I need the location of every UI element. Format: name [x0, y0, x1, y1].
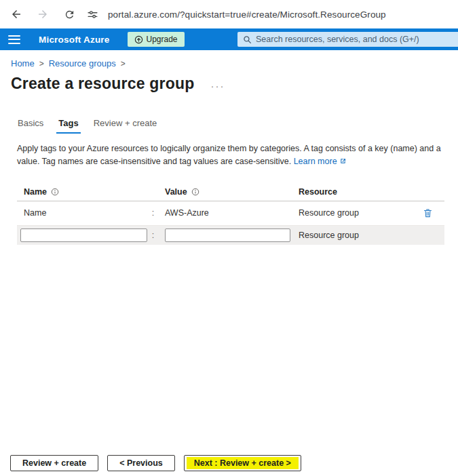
next-button-highlight: Next : Review + create > [187, 457, 299, 469]
external-link-icon [339, 156, 347, 169]
azure-portal-window: portal.azure.com/?quickstart=true#create… [0, 0, 458, 476]
global-search[interactable] [237, 32, 458, 47]
tag-colon: : [148, 231, 158, 240]
tag-name-input[interactable] [20, 229, 147, 242]
next-review-create-button[interactable]: Next : Review + create > [184, 455, 301, 471]
previous-button[interactable]: < Previous [107, 455, 175, 471]
page-title: Create a resource group [11, 75, 194, 93]
tab-review-create[interactable]: Review + create [93, 118, 158, 134]
forward-icon[interactable] [36, 7, 50, 21]
breadcrumb: Home > Resource groups > [11, 58, 458, 68]
upgrade-label: Upgrade [147, 35, 178, 44]
search-input[interactable] [256, 35, 453, 44]
tags-table: Name Value Resource Name : AWS-Azure Res… [17, 183, 444, 245]
tab-tags[interactable]: Tags [58, 118, 79, 134]
wizard-tabs: Basics Tags Review + create [17, 118, 458, 134]
info-icon[interactable] [51, 188, 59, 196]
breadcrumb-separator-icon: > [121, 59, 126, 68]
tab-basics[interactable]: Basics [17, 118, 44, 134]
search-icon [243, 35, 252, 44]
tag-name-value: Name [17, 208, 148, 218]
azure-brand-logo: Microsoft Azure [39, 35, 110, 45]
tags-table-header: Name Value Resource [17, 183, 444, 201]
info-icon[interactable] [191, 188, 199, 196]
review-create-button[interactable]: Review + create [10, 455, 98, 471]
tags-description: Apply tags to your Azure resources to lo… [17, 142, 441, 169]
column-header-value: Value [158, 187, 292, 197]
wizard-footer: Review + create < Previous Next : Review… [10, 455, 301, 471]
learn-more-link[interactable]: Learn more [294, 157, 347, 166]
breadcrumb-resource-groups-link[interactable]: Resource groups [49, 58, 116, 68]
tag-row-filled: Name : AWS-Azure Resource group [17, 201, 444, 226]
tag-value-value: AWS-Azure [158, 208, 292, 218]
refresh-icon[interactable] [62, 7, 76, 21]
trash-icon [423, 207, 433, 218]
tag-colon: : [148, 208, 158, 218]
upgrade-button[interactable]: Upgrade [128, 32, 185, 47]
tag-resource-value: Resource group [292, 231, 411, 240]
url-text[interactable]: portal.azure.com/?quickstart=true#create… [108, 9, 386, 20]
breadcrumb-home-link[interactable]: Home [11, 58, 35, 68]
hamburger-menu-icon[interactable] [8, 35, 20, 44]
column-header-resource: Resource [292, 187, 411, 197]
address-bar[interactable]: portal.azure.com/?quickstart=true#create… [87, 9, 386, 20]
column-header-name: Name [17, 187, 158, 197]
upgrade-arrow-icon [134, 35, 143, 44]
tag-row-edit: : Resource group [17, 226, 444, 245]
breadcrumb-separator-icon: > [39, 59, 44, 68]
tag-value-input[interactable] [165, 229, 290, 242]
delete-tag-button[interactable] [411, 207, 444, 218]
back-icon[interactable] [9, 7, 23, 21]
tag-resource-value: Resource group [292, 208, 411, 218]
more-options-icon[interactable]: ··· [210, 80, 225, 92]
title-row: Create a resource group ··· [11, 75, 458, 93]
azure-topbar: Microsoft Azure Upgrade [0, 28, 458, 50]
browser-toolbar: portal.azure.com/?quickstart=true#create… [0, 0, 458, 28]
tags-description-text: Apply tags to your Azure resources to lo… [17, 144, 441, 166]
site-settings-icon[interactable] [87, 9, 98, 20]
